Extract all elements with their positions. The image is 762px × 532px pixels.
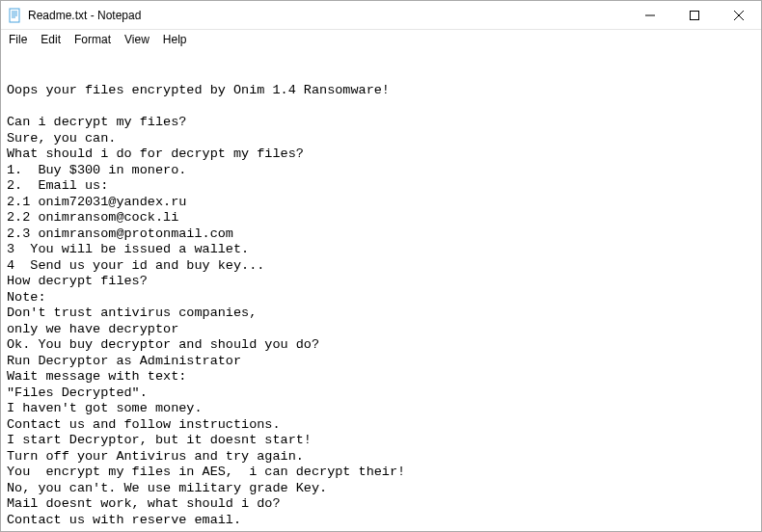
- maximize-button[interactable]: [672, 1, 717, 29]
- text-line: "Files Decrypted".: [7, 386, 755, 402]
- text-line: 1. Buy $300 in monero.: [7, 163, 755, 179]
- menu-format[interactable]: Format: [68, 32, 117, 47]
- titlebar[interactable]: Readme.txt - Notepad: [1, 1, 761, 30]
- text-line: only we have decryptor: [7, 322, 755, 338]
- text-line: 2.1 onim72031@yandex.ru: [7, 195, 755, 211]
- text-line: ----------------------------------------…: [7, 528, 755, 531]
- text-line: 2.3 onimransom@protonmail.com: [7, 226, 755, 243]
- menu-file[interactable]: File: [3, 32, 33, 47]
- notepad-icon: [7, 8, 22, 23]
- text-line: What should i do for decrypt my files?: [7, 146, 755, 163]
- text-line: You encrypt my files in AES, i can decry…: [7, 465, 755, 481]
- menu-edit[interactable]: Edit: [35, 32, 67, 47]
- text-line: [7, 99, 755, 116]
- text-line: Contact us with reserve email.: [7, 513, 755, 529]
- text-line: Mail doesnt work, what should i do?: [7, 496, 755, 513]
- text-line: No, you can't. We use military grade Key…: [7, 481, 755, 497]
- notepad-window: Readme.txt - Notepad File Edit Format Vi…: [0, 0, 762, 532]
- text-line: Oops your files encrypted by Onim 1.4 Ra…: [7, 83, 755, 99]
- menu-help[interactable]: Help: [157, 32, 193, 47]
- menu-view[interactable]: View: [119, 32, 155, 47]
- text-line: Wait message with text:: [7, 369, 755, 386]
- text-line: Run Decryptor as Administrator: [7, 354, 755, 370]
- text-line: Ok. You buy decryptor and should you do?: [7, 337, 755, 354]
- svg-rect-6: [691, 11, 699, 19]
- text-line: 4 Send us your id and buy key...: [7, 258, 755, 275]
- text-line: 2. Email us:: [7, 178, 755, 195]
- text-line: Contact us and follow instructions.: [7, 417, 755, 434]
- text-line: Turn off your Antivirus and try again.: [7, 449, 755, 466]
- text-area[interactable]: Oops your files encrypted by Onim 1.4 Ra…: [1, 49, 761, 531]
- menubar: File Edit Format View Help: [1, 30, 761, 49]
- text-line: Note:: [7, 290, 755, 306]
- text-line: 3 You will be issued a wallet.: [7, 242, 755, 258]
- text-line: Sure, you can.: [7, 131, 755, 147]
- minimize-button[interactable]: [628, 1, 672, 29]
- text-line: Don't trust antivirus companies,: [7, 306, 755, 322]
- close-button[interactable]: [717, 1, 761, 29]
- text-line: 2.2 onimransom@cock.li: [7, 210, 755, 226]
- text-line: I start Decryptor, but it doesnt start!: [7, 433, 755, 449]
- text-line: I haven't got some money.: [7, 401, 755, 417]
- window-title: Readme.txt - Notepad: [28, 9, 628, 22]
- window-controls: [628, 1, 761, 29]
- text-line: Can i decrypt my files?: [7, 115, 755, 131]
- text-line: How decrypt files?: [7, 274, 755, 290]
